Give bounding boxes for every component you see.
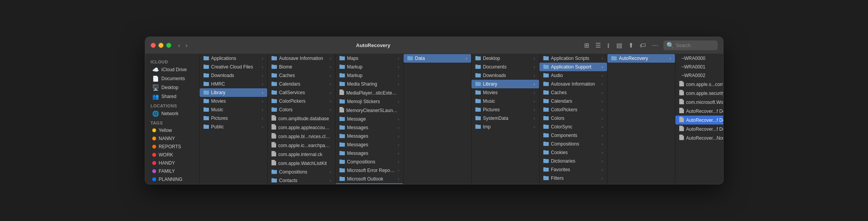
list-item[interactable]: com.apple.internal.ck — [268, 150, 335, 159]
list-item[interactable]: Messages› — [336, 149, 403, 158]
list-item[interactable]: com.apple.appleaccountd — [268, 123, 335, 132]
list-item[interactable]: Dictionaries› — [539, 157, 607, 165]
list-item[interactable]: Music› — [471, 97, 539, 105]
list-item[interactable]: Messages› — [336, 140, 403, 149]
list-item[interactable]: ColorPickers› — [539, 105, 607, 114]
list-item[interactable]: Music› — [200, 105, 267, 114]
list-item[interactable]: Maps› — [336, 54, 403, 63]
sidebar-item-tag-handy[interactable]: HANDY — [147, 159, 198, 167]
list-item[interactable]: Contacts› — [268, 176, 335, 184]
sidebar-item-documents[interactable]: 📄 Documents — [147, 74, 198, 83]
search-input[interactable] — [676, 43, 715, 48]
list-item[interactable]: Pictures› — [200, 114, 267, 123]
sidebar-item-tag-reports[interactable]: REPORTS — [147, 143, 198, 151]
list-item[interactable]: Autosave Information› — [539, 80, 607, 88]
list-item[interactable]: AutoRecover...Normal.dotm — [675, 133, 723, 142]
list-item[interactable]: Library› — [471, 80, 539, 88]
sidebar-item-tag-yellow[interactable]: Yellow — [147, 126, 198, 134]
list-item[interactable]: Documents› — [471, 63, 539, 71]
list-item[interactable]: Downloads› — [471, 71, 539, 80]
search-box[interactable]: 🔍 — [663, 40, 718, 50]
list-item[interactable]: Components› — [539, 131, 607, 140]
list-item[interactable]: MediaPlayer...sticExtension — [336, 88, 403, 97]
list-item[interactable]: Microsoft Outlook› — [336, 175, 403, 183]
list-item[interactable]: Data› — [404, 54, 471, 63]
list-item[interactable]: FontCollections› — [539, 182, 607, 184]
action-icon[interactable]: ⋯ — [651, 40, 659, 50]
list-item[interactable]: com.amplitude.database — [268, 114, 335, 123]
list-item[interactable]: Compositions› — [268, 168, 335, 176]
list-item[interactable]: Audio› — [539, 71, 607, 80]
list-item[interactable]: Creative Cloud Files› — [200, 63, 267, 71]
list-item[interactable]: ~WRA0000 — [675, 54, 723, 63]
list-item[interactable]: Applications› — [200, 54, 267, 63]
list-item[interactable]: Colors› — [268, 105, 335, 114]
list-item[interactable]: Movies› — [200, 97, 267, 105]
share-icon[interactable]: ⬆ — [627, 40, 635, 50]
list-item[interactable]: Calendars› — [539, 97, 607, 105]
list-item[interactable]: Application Support› — [539, 63, 607, 71]
list-item[interactable]: Caches› — [268, 71, 335, 80]
list-item[interactable]: AutoRecover...f Document1 — [675, 107, 723, 116]
list-item[interactable]: ~WRA0001 — [675, 63, 723, 71]
list-item[interactable]: Autosave Information› — [268, 54, 335, 63]
sidebar-item-tag-planning[interactable]: PLANNING — [147, 175, 198, 183]
list-item[interactable]: Markup› — [336, 71, 403, 80]
sidebar-item-desktop[interactable]: 🖥️ Desktop — [147, 83, 198, 92]
list-item[interactable]: com.apple.ic...earchpartyd — [268, 141, 335, 150]
list-item[interactable]: ~WRA0002 — [675, 71, 723, 80]
list-item[interactable]: MemoryCleanerSLauncher — [336, 106, 403, 115]
tag-icon[interactable]: 🏷 — [638, 41, 647, 50]
list-item[interactable]: Downloads› — [200, 71, 267, 80]
list-item[interactable]: tmp› — [471, 123, 539, 131]
sidebar-item-shared[interactable]: 👥 Shared — [147, 92, 198, 101]
minimize-button[interactable] — [158, 43, 164, 48]
list-item[interactable]: Movies› — [471, 88, 539, 97]
view-grid-icon[interactable]: ⊞ — [583, 40, 590, 50]
list-item[interactable]: com.apple.WatchListKit — [268, 159, 335, 168]
list-item[interactable]: Compositions› — [336, 158, 403, 166]
view-columns-icon[interactable]: ⫿ — [606, 41, 611, 50]
list-item[interactable]: com.apple.bl...rvices.cloud — [268, 132, 335, 141]
list-item[interactable]: SystemData› — [471, 114, 539, 123]
list-item[interactable]: Public› — [200, 123, 267, 131]
sidebar-item-icloud-drive[interactable]: ☁️ iCloud Drive — [147, 65, 198, 74]
list-item[interactable]: Memoji Stickers› — [336, 97, 403, 106]
view-list-icon[interactable]: ☰ — [594, 40, 602, 50]
sidebar-item-tag-family[interactable]: FAMILY — [147, 167, 198, 175]
list-item[interactable]: AutoRecovery› — [607, 54, 675, 63]
list-item[interactable]: com.microsoft.Word.plist — [675, 98, 723, 107]
list-item[interactable]: Cookies› — [539, 148, 607, 157]
list-item[interactable]: Caches› — [539, 88, 607, 97]
list-item[interactable]: HMRC› — [200, 80, 267, 88]
view-gallery-icon[interactable]: ▤ — [615, 40, 623, 50]
list-item[interactable]: Messages› — [336, 132, 403, 140]
list-item[interactable]: AutoRecover...f Document3 — [675, 125, 723, 133]
list-item[interactable]: Colors› — [539, 114, 607, 123]
list-item[interactable]: Messages› — [336, 123, 403, 132]
list-item[interactable]: Favorites› — [539, 165, 607, 174]
list-item[interactable]: AutoRecover...f Document2 — [675, 116, 723, 125]
close-button[interactable] — [151, 43, 156, 48]
list-item[interactable]: Microsoft Word› — [336, 183, 403, 184]
list-item[interactable]: Microsoft Error Reporting› — [336, 166, 403, 175]
list-item[interactable]: Pictures› — [471, 105, 539, 114]
list-item[interactable]: Message› — [336, 115, 403, 123]
list-item[interactable]: Calendars› — [268, 80, 335, 88]
list-item[interactable]: Media Sharing› — [336, 80, 403, 88]
list-item[interactable]: CallServices› — [268, 88, 335, 97]
list-item[interactable]: Library› — [200, 88, 267, 97]
sidebar-item-network[interactable]: 🌐 Network — [147, 109, 198, 118]
sidebar-item-tag-nanny[interactable]: NANNY — [147, 135, 198, 142]
list-item[interactable]: ColorPickers› — [268, 97, 335, 105]
list-item[interactable]: Desktop› — [471, 54, 539, 63]
list-item[interactable]: com.apple.s...common.plist — [675, 80, 723, 89]
list-item[interactable]: Markup› — [336, 63, 403, 71]
list-item[interactable]: com.apple.security.plist — [675, 89, 723, 98]
list-item[interactable]: Biome› — [268, 63, 335, 71]
list-item[interactable]: Application Scripts› — [539, 54, 607, 63]
list-item[interactable]: Filters› — [539, 174, 607, 182]
sidebar-item-tag-work[interactable]: WORK — [147, 151, 198, 159]
list-item[interactable]: ColorSync› — [539, 123, 607, 131]
list-item[interactable]: Compositions› — [539, 140, 607, 148]
